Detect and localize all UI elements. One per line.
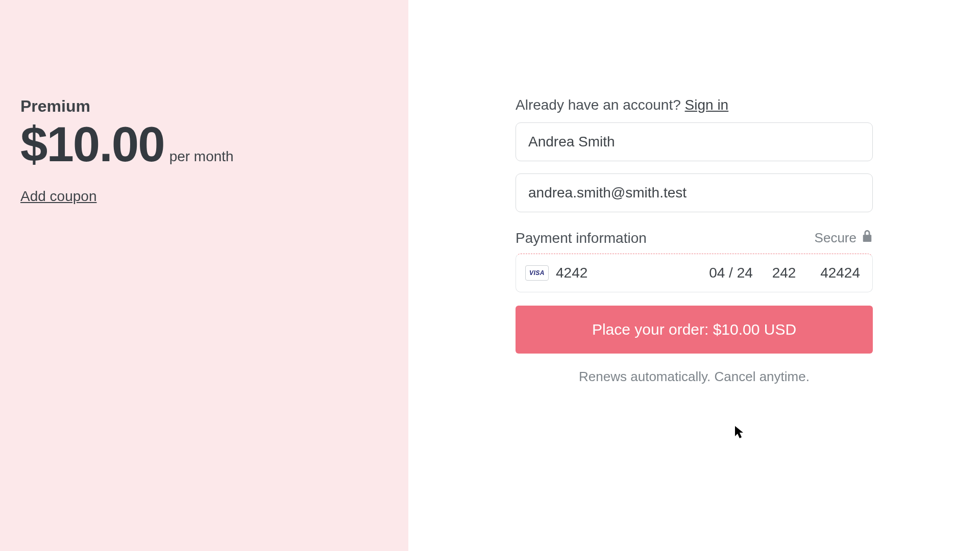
lock-icon	[862, 230, 873, 246]
renewal-note: Renews automatically. Cancel anytime.	[516, 369, 873, 385]
summary-pane: Premium $10.00 per month Add coupon	[0, 0, 408, 551]
checkout-form: Already have an account? Sign in Payment…	[516, 97, 873, 551]
card-expiry-field[interactable]	[703, 265, 759, 281]
card-cvc-field[interactable]	[766, 265, 802, 281]
secure-label: Secure	[815, 230, 856, 246]
payment-info-header: Payment information Secure	[516, 230, 873, 246]
signin-link[interactable]: Sign in	[685, 97, 729, 113]
plan-period: per month	[169, 148, 234, 170]
secure-badge: Secure	[815, 230, 873, 246]
payment-info-title: Payment information	[516, 230, 647, 246]
name-field[interactable]	[516, 122, 873, 161]
add-coupon-link[interactable]: Add coupon	[20, 188, 96, 205]
account-prompt-text: Already have an account?	[516, 97, 685, 113]
visa-icon: VISA	[525, 265, 549, 281]
card-input-row[interactable]: VISA	[516, 254, 873, 292]
plan-price: $10.00	[20, 120, 164, 169]
plan-name: Premium	[20, 97, 408, 116]
card-zip-field[interactable]	[809, 265, 860, 281]
card-number-field[interactable]	[556, 265, 678, 281]
checkout-pane: Already have an account? Sign in Payment…	[408, 0, 980, 551]
place-order-button[interactable]: Place your order: $10.00 USD	[516, 306, 873, 354]
price-row: $10.00 per month	[20, 120, 408, 170]
account-prompt: Already have an account? Sign in	[516, 97, 873, 113]
email-field[interactable]	[516, 173, 873, 212]
